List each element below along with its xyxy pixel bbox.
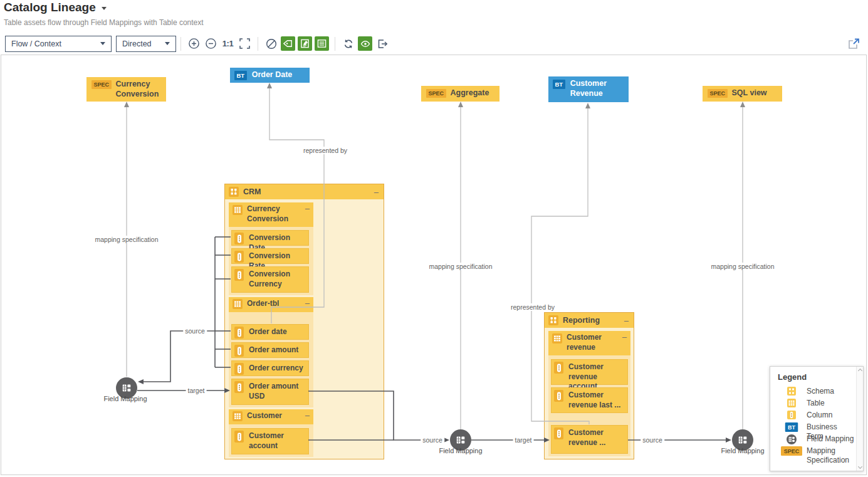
collapse-button[interactable]: –	[305, 411, 310, 419]
zoom-in-button[interactable]	[186, 36, 202, 51]
edge-label-mapping-specification: mapping specification	[93, 236, 160, 243]
column-icon	[554, 390, 563, 402]
detail-pane-button[interactable]	[298, 36, 312, 51]
open-in-new-window-icon	[848, 38, 860, 50]
legend-label: Table	[807, 399, 854, 408]
column-node[interactable]: Order amount USD	[231, 379, 309, 405]
show-overlay-button[interactable]	[358, 36, 372, 51]
spec-badge: SPEC	[92, 80, 112, 89]
chevron-down-icon	[100, 42, 105, 45]
mapping-specification-icon: SPEC	[781, 446, 802, 458]
title-caret-down-icon[interactable]	[102, 7, 107, 10]
column-icon	[234, 327, 244, 338]
collapse-button[interactable]: –	[305, 299, 310, 307]
legend-label: Field Mapping	[807, 434, 854, 444]
fit-to-screen-button[interactable]	[237, 36, 253, 51]
edge-label-source: source	[641, 436, 664, 444]
column-label: Order amount USD	[249, 380, 306, 401]
field-mapping-label: Field Mapping	[721, 447, 764, 454]
export-diagram-button[interactable]	[374, 36, 390, 51]
collapse-button[interactable]: –	[622, 333, 627, 341]
column-node[interactable]: Conversion Rate	[231, 248, 309, 264]
layout-select-value: Flow / Context	[11, 39, 61, 48]
refresh-button[interactable]	[340, 36, 356, 51]
node-business-term-customer-revenue[interactable]: BT Customer Revenue	[548, 76, 629, 102]
collapse-button[interactable]: –	[305, 204, 310, 212]
table-header[interactable]: Order-tbl –	[229, 297, 313, 312]
column-icon	[234, 363, 244, 375]
field-mapping-label: Field Mapping	[439, 447, 482, 454]
tag-labels-button[interactable]	[281, 36, 295, 51]
disable-overlay-button[interactable]	[263, 36, 279, 51]
column-icon	[554, 362, 563, 374]
column-icon	[234, 345, 244, 357]
column-label: Customer revenue last ...	[568, 389, 625, 410]
column-node[interactable]: Customer revenue account	[551, 359, 628, 385]
node-label: Aggregate	[451, 88, 489, 98]
field-mapping-icon	[737, 434, 748, 446]
scroll-up-icon[interactable]	[857, 369, 862, 373]
column-icon	[234, 251, 244, 263]
actual-size-button[interactable]: 1:1	[220, 36, 236, 51]
list-view-icon	[317, 39, 327, 48]
edge-label-source: source	[421, 436, 444, 444]
node-business-term-order-date[interactable]: BT Order Date	[230, 68, 310, 83]
schema-icon	[787, 387, 796, 398]
chevron-down-icon	[165, 42, 170, 45]
column-node[interactable]: Order currency	[231, 360, 309, 376]
column-icon	[554, 427, 563, 439]
column-node[interactable]: Customer account	[231, 428, 309, 454]
spec-badge: SPEC	[426, 89, 446, 98]
node-mapping-spec-currency-conversion[interactable]: SPEC Currency Conversion	[86, 77, 166, 102]
column-node[interactable]: Conversion Currency	[231, 266, 309, 293]
group-schema-reporting[interactable]: Reporting – Customer revenue – Customer …	[544, 312, 634, 459]
node-mapping-spec-aggregate[interactable]: SPEC Aggregate	[421, 86, 499, 102]
collapse-button[interactable]: –	[374, 188, 379, 196]
collapse-button[interactable]: –	[624, 317, 629, 325]
table-header[interactable]: Customer revenue –	[548, 331, 630, 355]
legend-scrollbar[interactable]	[856, 367, 863, 471]
group-schema-crm[interactable]: CRM – Currency Conversion – Conversion D…	[224, 184, 384, 459]
table-node-customer-revenue[interactable]: Customer revenue – Customer revenue acco…	[548, 331, 630, 456]
column-node[interactable]: Customer revenue last ...	[551, 387, 628, 413]
node-label: Customer Revenue	[570, 79, 624, 98]
edge-label-mapping-specification: mapping specification	[709, 263, 776, 270]
table-header[interactable]: Customer –	[229, 409, 313, 424]
node-mapping-spec-sql-view[interactable]: SPEC SQL view	[703, 86, 782, 102]
edge-label-mapping-specification: mapping specification	[427, 263, 494, 270]
table-node-order-tbl[interactable]: Order-tbl – Order date Order amount Orde…	[229, 297, 313, 407]
layout-select[interactable]: Flow / Context	[5, 36, 112, 52]
field-mapping-icon	[787, 434, 797, 447]
column-node[interactable]: Order date	[231, 324, 309, 340]
node-label: Currency Conversion	[116, 80, 162, 99]
group-header-crm[interactable]: CRM –	[225, 184, 384, 199]
zoom-in-icon	[188, 38, 200, 50]
export-diagram-icon	[377, 38, 388, 50]
column-label: Customer account	[249, 430, 306, 451]
page-title-text: Catalog Lineage	[4, 1, 96, 14]
table-node-customer[interactable]: Customer – Customer account	[229, 409, 313, 457]
edge-label-represented-by: represented by	[509, 303, 557, 311]
disable-overlay-icon	[266, 38, 277, 50]
column-node[interactable]: Order amount	[231, 342, 309, 358]
business-term-badge: BT	[234, 71, 247, 80]
field-mapping-label: Field Mapping	[103, 395, 147, 402]
legend-label: Schema	[807, 387, 854, 396]
group-header-reporting[interactable]: Reporting –	[545, 313, 634, 328]
table-header[interactable]: Currency Conversion –	[229, 202, 313, 227]
zoom-out-button[interactable]	[203, 36, 219, 51]
table-node-currency-conversion[interactable]: Currency Conversion – Conversion Date Co…	[229, 202, 313, 295]
table-icon	[233, 205, 243, 215]
column-node[interactable]: Conversion Date	[231, 230, 309, 246]
open-in-new-window-button[interactable]	[846, 36, 861, 51]
table-icon	[552, 333, 562, 343]
column-node[interactable]: Customer revenue ...	[551, 425, 628, 454]
fit-to-screen-icon	[239, 38, 250, 49]
list-view-button[interactable]	[315, 36, 329, 51]
group-name: CRM	[243, 187, 374, 196]
column-label: Customer revenue ...	[568, 427, 625, 448]
table-name: Order-tbl	[247, 299, 305, 309]
toolbar-divider	[335, 37, 335, 51]
scroll-down-icon[interactable]	[857, 464, 862, 469]
direction-select[interactable]: Directed	[116, 36, 176, 52]
